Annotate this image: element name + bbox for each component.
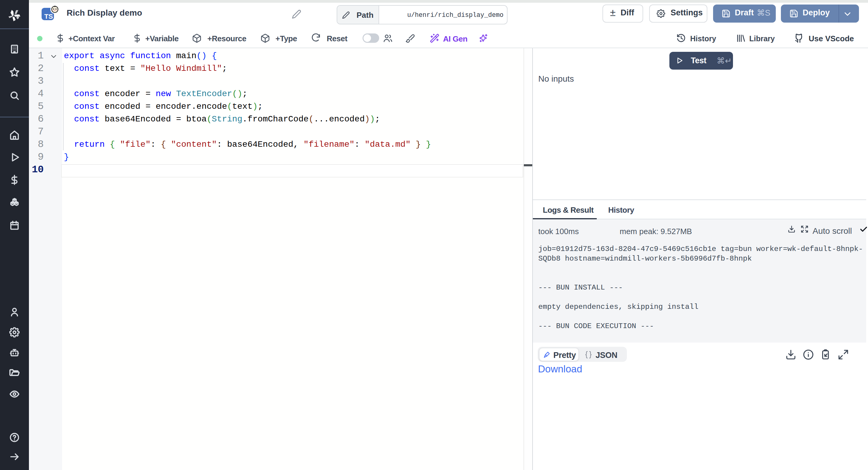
- svg-text:TS: TS: [44, 13, 53, 20]
